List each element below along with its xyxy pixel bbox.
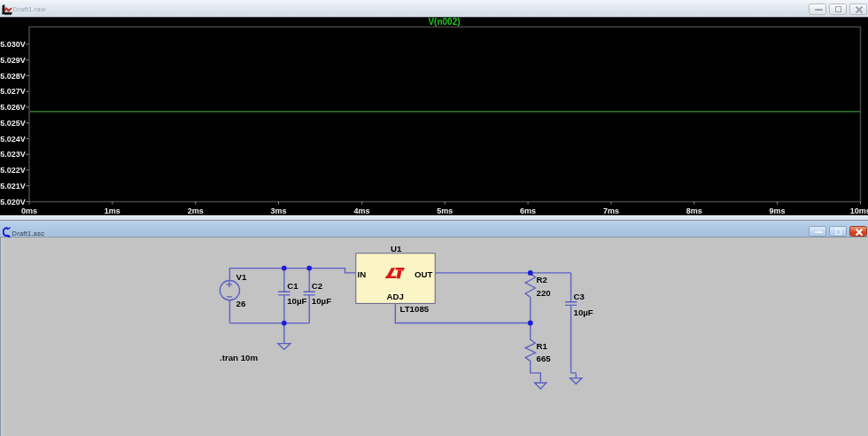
svg-text:C2: C2 [312,281,322,291]
svg-text:220: 220 [537,288,551,298]
svg-text:26: 26 [236,299,246,308]
svg-text:V(n002): V(n002) [428,17,460,27]
svg-text:2ms: 2ms [188,206,204,215]
svg-text:5.024V: 5.024V [0,135,26,144]
svg-text:V1: V1 [236,272,247,282]
svg-text:10µF: 10µF [574,308,593,317]
svg-text:665: 665 [537,354,552,363]
svg-text:5.020V: 5.020V [0,198,26,206]
svg-text:5.029V: 5.029V [0,56,26,65]
svg-text:C1: C1 [287,281,298,291]
svg-text:R2: R2 [537,275,547,284]
svg-text:LT1085: LT1085 [400,304,430,314]
svg-text:8ms: 8ms [686,206,702,215]
svg-text:7ms: 7ms [603,206,619,215]
svg-text:5.027V: 5.027V [0,87,26,96]
svg-text:5.025V: 5.025V [0,119,26,128]
svg-text:OUT: OUT [415,269,433,279]
svg-text:4ms: 4ms [353,206,369,215]
svg-text:9ms: 9ms [770,206,786,215]
svg-text:5.023V: 5.023V [0,150,26,159]
svg-text:IN: IN [358,269,367,279]
svg-text:10ms: 10ms [850,206,868,215]
svg-text:5.028V: 5.028V [0,72,26,81]
svg-text:5.026V: 5.026V [0,103,26,112]
svg-text:5.030V: 5.030V [0,40,26,49]
svg-text:5.021V: 5.021V [0,182,26,191]
svg-text:10µF: 10µF [312,296,331,306]
svg-text:10µF: 10µF [287,296,306,306]
svg-text:6ms: 6ms [520,206,536,215]
svg-text:C3: C3 [574,292,585,301]
svg-text:5ms: 5ms [437,206,453,215]
svg-text:1ms: 1ms [105,206,120,215]
svg-text:R1: R1 [537,341,548,351]
svg-text:0ms: 0ms [21,206,37,215]
svg-text:5.022V: 5.022V [0,166,26,175]
svg-text:3ms: 3ms [270,206,286,215]
svg-text:ADJ: ADJ [387,292,404,301]
svg-text:U1: U1 [391,244,402,253]
svg-text:.tran 10m: .tran 10m [220,353,258,362]
